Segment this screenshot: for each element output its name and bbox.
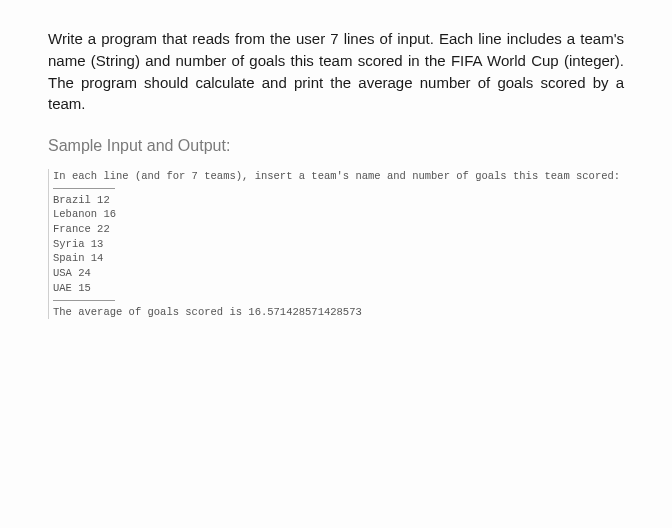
sample-output-box: In each line (and for 7 teams), insert a… — [48, 169, 624, 319]
sample-prompt-line: In each line (and for 7 teams), insert a… — [53, 169, 624, 184]
sample-input-line: France 22 — [53, 222, 624, 237]
sample-input-line: Syria 13 — [53, 237, 624, 252]
sample-input-line: Spain 14 — [53, 251, 624, 266]
divider-top — [53, 188, 115, 189]
sample-heading: Sample Input and Output: — [48, 137, 624, 155]
sample-input-line: Brazil 12 — [53, 193, 624, 208]
sample-input-line: UAE 15 — [53, 281, 624, 296]
problem-statement: Write a program that reads from the user… — [48, 28, 624, 115]
sample-input-line: Lebanon 16 — [53, 207, 624, 222]
sample-result-line: The average of goals scored is 16.571428… — [53, 305, 624, 320]
divider-bottom — [53, 300, 115, 301]
sample-input-line: USA 24 — [53, 266, 624, 281]
